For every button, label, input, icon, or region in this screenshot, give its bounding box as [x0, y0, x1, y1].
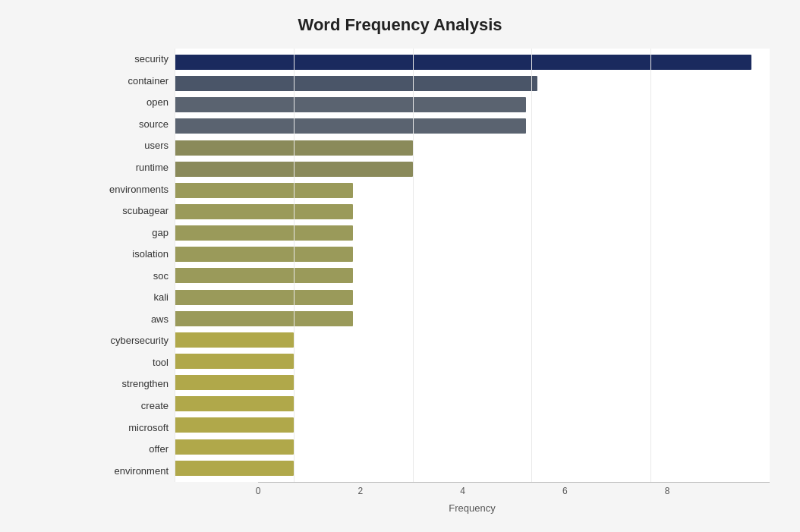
bar-row-users	[175, 139, 770, 157]
bar-fill-environments	[175, 183, 353, 198]
bar-row-aws	[175, 310, 770, 328]
y-label-container: container	[91, 71, 169, 91]
y-label-kali: kali	[91, 288, 169, 307]
bar-row-container	[175, 74, 770, 93]
x-axis-line	[258, 482, 770, 483]
chart-title: Word Frequency Analysis	[30, 15, 770, 35]
grid-line	[294, 49, 294, 482]
bar-row-kali	[175, 288, 770, 307]
main-chart-area: securitycontaineropensourceusersruntimee…	[91, 49, 770, 482]
bar-fill-security	[175, 55, 751, 70]
y-label-security: security	[91, 49, 169, 69]
y-label-scubagear: scubagear	[91, 201, 169, 221]
bar-fill-cybersecurity	[175, 332, 294, 348]
y-label-users: users	[91, 136, 169, 156]
y-label-open: open	[91, 93, 169, 112]
y-label-soc: soc	[91, 266, 169, 286]
y-label-microsoft: microsoft	[91, 418, 169, 438]
bar-row-create	[175, 395, 770, 413]
x-tick-label: 0	[256, 486, 261, 496]
bar-fill-kali	[175, 290, 353, 305]
bar-row-environments	[175, 181, 770, 200]
bars-area	[175, 49, 770, 482]
bar-row-offer	[175, 438, 770, 456]
grid-line	[531, 49, 532, 482]
y-label-tool: tool	[91, 353, 169, 373]
bar-row-strengthen	[175, 373, 770, 392]
bar-row-environment	[175, 459, 770, 477]
bar-fill-create	[175, 396, 294, 411]
bar-row-tool	[175, 352, 770, 370]
bar-row-open	[175, 96, 770, 114]
y-label-strengthen: strengthen	[91, 374, 169, 394]
bar-rows	[175, 49, 770, 482]
bar-row-scubagear	[175, 203, 770, 221]
bar-fill-tool	[175, 354, 294, 369]
y-label-gap: gap	[91, 223, 169, 243]
bar-row-microsoft	[175, 416, 770, 434]
x-tick-label: 6	[562, 486, 568, 496]
bar-fill-scubagear	[175, 204, 353, 219]
y-label-offer: offer	[91, 439, 169, 459]
bar-row-source	[175, 117, 770, 135]
grid-line	[413, 49, 414, 482]
y-label-environments: environments	[91, 180, 169, 200]
y-label-aws: aws	[91, 310, 169, 329]
bar-fill-environment	[175, 461, 294, 476]
bar-row-isolation	[175, 245, 770, 263]
grid-line	[650, 49, 651, 482]
x-tick-label: 4	[460, 486, 465, 496]
bar-fill-aws	[175, 311, 353, 326]
bar-fill-source	[175, 118, 526, 134]
bar-row-security	[175, 53, 770, 71]
y-axis-labels: securitycontaineropensourceusersruntimee…	[91, 49, 175, 482]
bar-fill-soc	[175, 268, 353, 283]
x-axis-section: 02468 Frequency	[175, 482, 770, 520]
bar-fill-open	[175, 97, 526, 112]
grid-line	[175, 49, 175, 482]
bar-fill-container	[175, 76, 537, 91]
y-label-cybersecurity: cybersecurity	[91, 331, 169, 351]
bar-row-soc	[175, 266, 770, 285]
bar-fill-gap	[175, 225, 353, 241]
x-axis-title: Frequency	[175, 502, 770, 514]
y-label-isolation: isolation	[91, 244, 169, 264]
chart-area: securitycontaineropensourceusersruntimee…	[91, 49, 770, 520]
bar-fill-strengthen	[175, 375, 294, 390]
x-tick-label: 2	[357, 486, 363, 496]
y-label-runtime: runtime	[91, 158, 169, 178]
bar-row-gap	[175, 224, 770, 242]
y-label-create: create	[91, 396, 169, 416]
x-tick-label: 8	[665, 486, 670, 496]
y-label-source: source	[91, 115, 169, 134]
y-label-environment: environment	[91, 461, 169, 481]
x-labels: 02468	[258, 486, 770, 501]
bar-fill-isolation	[175, 247, 353, 262]
bar-row-cybersecurity	[175, 331, 770, 349]
chart-container: Word Frequency Analysis securitycontaine…	[0, 0, 800, 532]
bar-row-runtime	[175, 160, 770, 178]
bar-fill-microsoft	[175, 417, 294, 433]
bar-fill-offer	[175, 439, 294, 455]
